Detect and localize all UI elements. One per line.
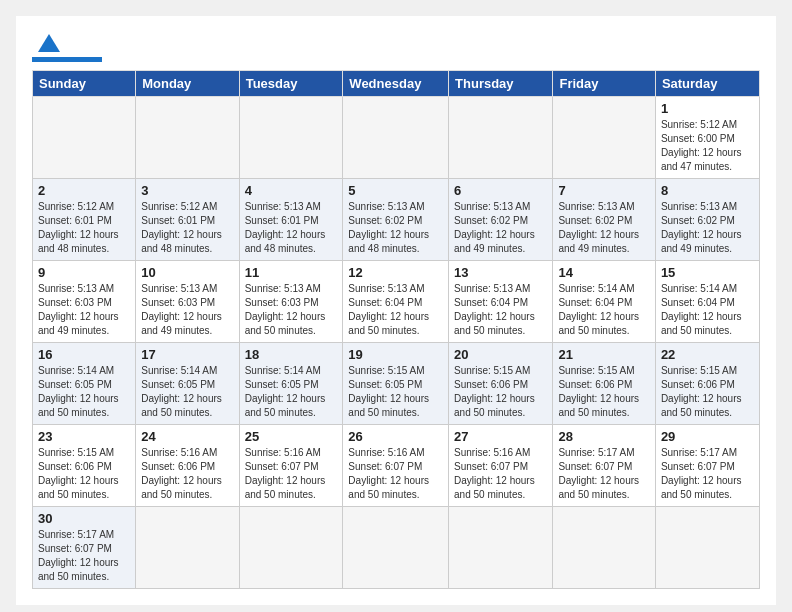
calendar-cell: 16Sunrise: 5:14 AM Sunset: 6:05 PM Dayli… bbox=[33, 343, 136, 425]
day-number: 30 bbox=[38, 511, 130, 526]
calendar-cell bbox=[655, 507, 759, 589]
calendar-cell: 28Sunrise: 5:17 AM Sunset: 6:07 PM Dayli… bbox=[553, 425, 655, 507]
day-number: 25 bbox=[245, 429, 338, 444]
day-info: Sunrise: 5:12 AM Sunset: 6:00 PM Dayligh… bbox=[661, 118, 754, 174]
calendar-cell: 29Sunrise: 5:17 AM Sunset: 6:07 PM Dayli… bbox=[655, 425, 759, 507]
calendar-cell: 7Sunrise: 5:13 AM Sunset: 6:02 PM Daylig… bbox=[553, 179, 655, 261]
calendar-cell bbox=[136, 507, 239, 589]
calendar-cell: 22Sunrise: 5:15 AM Sunset: 6:06 PM Dayli… bbox=[655, 343, 759, 425]
day-info: Sunrise: 5:14 AM Sunset: 6:05 PM Dayligh… bbox=[38, 364, 130, 420]
calendar-cell: 20Sunrise: 5:15 AM Sunset: 6:06 PM Dayli… bbox=[449, 343, 553, 425]
day-info: Sunrise: 5:15 AM Sunset: 6:06 PM Dayligh… bbox=[454, 364, 547, 420]
calendar-cell bbox=[553, 97, 655, 179]
calendar-cell: 5Sunrise: 5:13 AM Sunset: 6:02 PM Daylig… bbox=[343, 179, 449, 261]
day-info: Sunrise: 5:12 AM Sunset: 6:01 PM Dayligh… bbox=[38, 200, 130, 256]
day-info: Sunrise: 5:13 AM Sunset: 6:04 PM Dayligh… bbox=[348, 282, 443, 338]
calendar-cell: 11Sunrise: 5:13 AM Sunset: 6:03 PM Dayli… bbox=[239, 261, 343, 343]
calendar-cell bbox=[343, 97, 449, 179]
day-info: Sunrise: 5:13 AM Sunset: 6:03 PM Dayligh… bbox=[141, 282, 233, 338]
calendar-cell bbox=[33, 97, 136, 179]
day-number: 22 bbox=[661, 347, 754, 362]
day-number: 21 bbox=[558, 347, 649, 362]
calendar-cell: 2Sunrise: 5:12 AM Sunset: 6:01 PM Daylig… bbox=[33, 179, 136, 261]
day-info: Sunrise: 5:16 AM Sunset: 6:07 PM Dayligh… bbox=[348, 446, 443, 502]
svg-marker-0 bbox=[38, 34, 60, 52]
weekday-header: Monday bbox=[136, 71, 239, 97]
day-info: Sunrise: 5:13 AM Sunset: 6:02 PM Dayligh… bbox=[661, 200, 754, 256]
day-info: Sunrise: 5:13 AM Sunset: 6:02 PM Dayligh… bbox=[558, 200, 649, 256]
day-number: 27 bbox=[454, 429, 547, 444]
calendar-cell bbox=[449, 97, 553, 179]
day-info: Sunrise: 5:13 AM Sunset: 6:03 PM Dayligh… bbox=[245, 282, 338, 338]
header-area bbox=[32, 32, 760, 62]
calendar-cell: 13Sunrise: 5:13 AM Sunset: 6:04 PM Dayli… bbox=[449, 261, 553, 343]
day-info: Sunrise: 5:16 AM Sunset: 6:06 PM Dayligh… bbox=[141, 446, 233, 502]
day-info: Sunrise: 5:13 AM Sunset: 6:02 PM Dayligh… bbox=[348, 200, 443, 256]
day-number: 19 bbox=[348, 347, 443, 362]
day-info: Sunrise: 5:14 AM Sunset: 6:04 PM Dayligh… bbox=[558, 282, 649, 338]
logo-bar bbox=[32, 57, 102, 62]
calendar-cell: 12Sunrise: 5:13 AM Sunset: 6:04 PM Dayli… bbox=[343, 261, 449, 343]
calendar-cell: 17Sunrise: 5:14 AM Sunset: 6:05 PM Dayli… bbox=[136, 343, 239, 425]
day-info: Sunrise: 5:16 AM Sunset: 6:07 PM Dayligh… bbox=[454, 446, 547, 502]
day-number: 1 bbox=[661, 101, 754, 116]
calendar-cell: 8Sunrise: 5:13 AM Sunset: 6:02 PM Daylig… bbox=[655, 179, 759, 261]
calendar-cell bbox=[239, 507, 343, 589]
weekday-header: Friday bbox=[553, 71, 655, 97]
calendar-table: SundayMondayTuesdayWednesdayThursdayFrid… bbox=[32, 70, 760, 589]
day-info: Sunrise: 5:12 AM Sunset: 6:01 PM Dayligh… bbox=[141, 200, 233, 256]
calendar-cell: 27Sunrise: 5:16 AM Sunset: 6:07 PM Dayli… bbox=[449, 425, 553, 507]
weekday-header: Sunday bbox=[33, 71, 136, 97]
day-number: 2 bbox=[38, 183, 130, 198]
day-number: 20 bbox=[454, 347, 547, 362]
calendar-week-row: 30Sunrise: 5:17 AM Sunset: 6:07 PM Dayli… bbox=[33, 507, 760, 589]
day-number: 24 bbox=[141, 429, 233, 444]
calendar-cell: 25Sunrise: 5:16 AM Sunset: 6:07 PM Dayli… bbox=[239, 425, 343, 507]
header-row: SundayMondayTuesdayWednesdayThursdayFrid… bbox=[33, 71, 760, 97]
calendar-cell: 21Sunrise: 5:15 AM Sunset: 6:06 PM Dayli… bbox=[553, 343, 655, 425]
calendar-week-row: 9Sunrise: 5:13 AM Sunset: 6:03 PM Daylig… bbox=[33, 261, 760, 343]
day-info: Sunrise: 5:16 AM Sunset: 6:07 PM Dayligh… bbox=[245, 446, 338, 502]
day-info: Sunrise: 5:13 AM Sunset: 6:04 PM Dayligh… bbox=[454, 282, 547, 338]
day-number: 7 bbox=[558, 183, 649, 198]
calendar-week-row: 2Sunrise: 5:12 AM Sunset: 6:01 PM Daylig… bbox=[33, 179, 760, 261]
day-number: 5 bbox=[348, 183, 443, 198]
day-info: Sunrise: 5:13 AM Sunset: 6:03 PM Dayligh… bbox=[38, 282, 130, 338]
day-number: 10 bbox=[141, 265, 233, 280]
day-number: 6 bbox=[454, 183, 547, 198]
calendar-cell bbox=[136, 97, 239, 179]
calendar-week-row: 16Sunrise: 5:14 AM Sunset: 6:05 PM Dayli… bbox=[33, 343, 760, 425]
calendar-cell: 24Sunrise: 5:16 AM Sunset: 6:06 PM Dayli… bbox=[136, 425, 239, 507]
calendar-cell: 19Sunrise: 5:15 AM Sunset: 6:05 PM Dayli… bbox=[343, 343, 449, 425]
calendar-cell: 26Sunrise: 5:16 AM Sunset: 6:07 PM Dayli… bbox=[343, 425, 449, 507]
day-info: Sunrise: 5:14 AM Sunset: 6:04 PM Dayligh… bbox=[661, 282, 754, 338]
logo bbox=[32, 32, 102, 62]
calendar-cell: 15Sunrise: 5:14 AM Sunset: 6:04 PM Dayli… bbox=[655, 261, 759, 343]
logo-icon bbox=[38, 32, 60, 54]
day-info: Sunrise: 5:13 AM Sunset: 6:01 PM Dayligh… bbox=[245, 200, 338, 256]
calendar-cell: 30Sunrise: 5:17 AM Sunset: 6:07 PM Dayli… bbox=[33, 507, 136, 589]
day-number: 28 bbox=[558, 429, 649, 444]
day-info: Sunrise: 5:17 AM Sunset: 6:07 PM Dayligh… bbox=[661, 446, 754, 502]
day-info: Sunrise: 5:17 AM Sunset: 6:07 PM Dayligh… bbox=[38, 528, 130, 584]
day-number: 16 bbox=[38, 347, 130, 362]
calendar-cell: 9Sunrise: 5:13 AM Sunset: 6:03 PM Daylig… bbox=[33, 261, 136, 343]
day-number: 23 bbox=[38, 429, 130, 444]
weekday-header: Wednesday bbox=[343, 71, 449, 97]
day-number: 18 bbox=[245, 347, 338, 362]
calendar-week-row: 23Sunrise: 5:15 AM Sunset: 6:06 PM Dayli… bbox=[33, 425, 760, 507]
day-info: Sunrise: 5:13 AM Sunset: 6:02 PM Dayligh… bbox=[454, 200, 547, 256]
calendar-cell bbox=[553, 507, 655, 589]
day-info: Sunrise: 5:15 AM Sunset: 6:06 PM Dayligh… bbox=[661, 364, 754, 420]
day-number: 15 bbox=[661, 265, 754, 280]
calendar-cell bbox=[449, 507, 553, 589]
day-number: 12 bbox=[348, 265, 443, 280]
calendar-cell: 1Sunrise: 5:12 AM Sunset: 6:00 PM Daylig… bbox=[655, 97, 759, 179]
calendar-page: SundayMondayTuesdayWednesdayThursdayFrid… bbox=[16, 16, 776, 605]
calendar-cell: 6Sunrise: 5:13 AM Sunset: 6:02 PM Daylig… bbox=[449, 179, 553, 261]
weekday-header: Tuesday bbox=[239, 71, 343, 97]
day-number: 3 bbox=[141, 183, 233, 198]
calendar-cell: 18Sunrise: 5:14 AM Sunset: 6:05 PM Dayli… bbox=[239, 343, 343, 425]
weekday-header: Thursday bbox=[449, 71, 553, 97]
day-number: 29 bbox=[661, 429, 754, 444]
